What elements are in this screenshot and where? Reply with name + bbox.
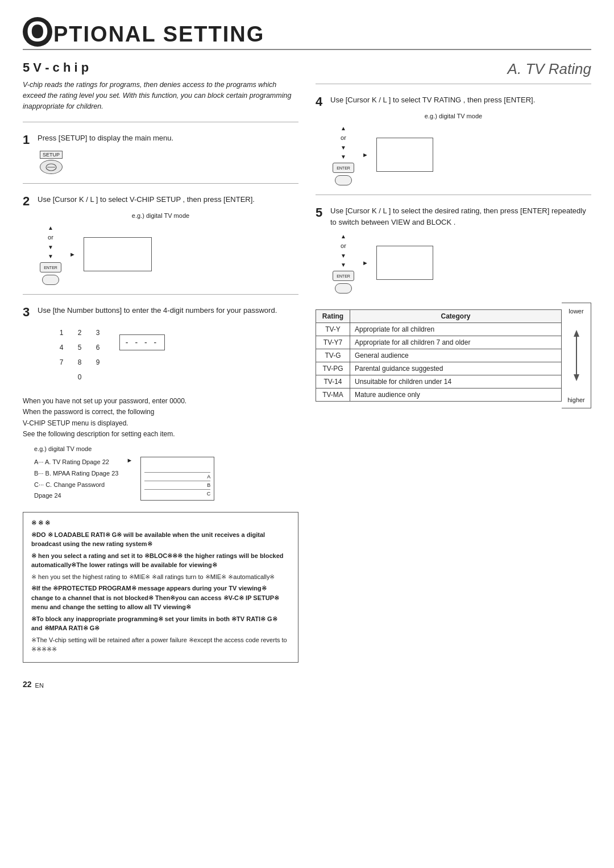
nav-arrows-2: ▲ or ▼ ▼ ENTER bbox=[40, 224, 61, 285]
key-9: 9 bbox=[90, 356, 106, 369]
page-number: 22 bbox=[23, 680, 32, 689]
arrow-down-5b: ▼ bbox=[339, 261, 348, 268]
table-row: TV-Y7 Appropriate for all children 7 and… bbox=[316, 336, 562, 349]
category-tv-y: Appropriate for all children bbox=[350, 323, 562, 336]
enter-btn-2: ENTER bbox=[40, 262, 61, 272]
oval-btn-4 bbox=[335, 175, 352, 185]
main-content: 5 V - c h i p V-chip reads the ratings f… bbox=[23, 60, 591, 689]
key-6: 6 bbox=[90, 341, 106, 354]
higher-label: higher bbox=[567, 396, 585, 403]
header-o-letter: O bbox=[23, 17, 52, 47]
menu-item-c2: Dpage 24 bbox=[34, 490, 118, 502]
th-category: Category bbox=[350, 310, 562, 323]
oval-btn-5 bbox=[335, 283, 352, 294]
note-2: When the password is correct, the follow… bbox=[23, 407, 298, 418]
rating-tv-pg: TV-PG bbox=[316, 362, 350, 375]
lower-higher-column: lower bbox=[562, 303, 591, 408]
or-text-4: or bbox=[341, 134, 346, 141]
lower-higher-arrow-icon bbox=[571, 330, 582, 381]
table-row: TV-MA Mature audience only bbox=[316, 388, 562, 402]
category-tv-g: General audience bbox=[350, 349, 562, 362]
left-column: 5 V - c h i p V-chip reads the ratings f… bbox=[23, 60, 298, 689]
svg-marker-3 bbox=[574, 330, 579, 337]
notes-section: When you have not set up your password, … bbox=[23, 396, 298, 440]
menu-box-4 bbox=[376, 138, 433, 172]
step-2-eg-label: e.g.) digital TV mode bbox=[23, 212, 298, 219]
th-rating: Rating bbox=[316, 310, 350, 323]
arrow-up-2: ▲ bbox=[46, 224, 55, 232]
menu-list: A··· A. TV Rating Dpage 22 B··· B. MPAA … bbox=[34, 457, 118, 502]
category-tv-y7: Appropriate for all children 7 and older bbox=[350, 336, 562, 349]
right-section-title: A. TV Rating bbox=[316, 60, 591, 78]
step-2-number: 2 bbox=[23, 194, 34, 209]
note-3: V-CHIP SETUP menu is displayed. bbox=[23, 418, 298, 429]
arrow-up-4: ▲ bbox=[339, 124, 348, 132]
table-row: TV-Y Appropriate for all children bbox=[316, 323, 562, 336]
right-arrow-4: ► bbox=[362, 151, 368, 158]
password-display: - - - - bbox=[119, 334, 165, 350]
rating-table: Rating Category TV-Y Appropriate for all… bbox=[316, 309, 562, 402]
menu-line-c bbox=[144, 489, 210, 490]
menu-list-diagram: A··· A. TV Rating Dpage 22 B··· B. MPAA … bbox=[34, 457, 298, 502]
arrow-down-4a: ▼ bbox=[339, 143, 348, 151]
key-2: 2 bbox=[72, 326, 88, 339]
menu-item-c: C··· C. Change Password bbox=[34, 480, 118, 491]
step-4-eg-label: e.g.) digital TV mode bbox=[316, 113, 591, 119]
lower-label: lower bbox=[569, 308, 583, 315]
arrow-up-5: ▲ bbox=[339, 232, 348, 240]
divider-1 bbox=[23, 122, 298, 122]
menu-line-a bbox=[144, 472, 210, 473]
key-1: 1 bbox=[53, 326, 69, 339]
arrow-down-5a: ▼ bbox=[339, 251, 348, 259]
step-5-text: Use [Cursor K / L ] to select the desire… bbox=[330, 205, 591, 228]
rating-tv-y: TV-Y bbox=[316, 323, 350, 336]
enter-btn-4: ENTER bbox=[333, 163, 354, 173]
menu-item-a: A··· A. TV Rating Dpage 22 bbox=[34, 457, 118, 468]
step-3-text: Use [the Number buttons] to enter the 4-… bbox=[38, 305, 277, 316]
header-title: PTIONAL SETTING bbox=[53, 22, 264, 47]
right-arrow-menu: ► bbox=[126, 457, 132, 464]
menu-item-b: B··· B. MPAA Rating Dpage 23 bbox=[34, 468, 118, 480]
page-lang: EN bbox=[35, 682, 44, 689]
oval-btn-2 bbox=[42, 275, 59, 285]
key-4: 4 bbox=[53, 341, 69, 354]
menu-line-b bbox=[144, 481, 210, 481]
note-item-4: ※If the ※PROTECTED PROGRAM※ message appe… bbox=[31, 584, 290, 612]
step-4: 4 Use [Cursor K / L ] to select TV RATIN… bbox=[316, 90, 591, 185]
right-arrow-5: ► bbox=[362, 259, 368, 266]
category-tv-ma: Mature audience only bbox=[350, 388, 562, 402]
step-3: 3 Use [the Number buttons] to enter the … bbox=[23, 300, 298, 387]
step-3-number: 3 bbox=[23, 305, 34, 320]
right-column: A. TV Rating 4 Use [Cursor K / L ] to se… bbox=[316, 60, 591, 689]
key-8: 8 bbox=[72, 356, 88, 369]
nav-arrows-5: ▲ or ▼ ▼ ENTER bbox=[333, 232, 354, 294]
menu-box-5 bbox=[376, 246, 433, 280]
step-2-nav-diagram: ▲ or ▼ ▼ ENTER ► bbox=[40, 224, 298, 285]
step-2: 2 Use [Cursor K / L ] to select V-CHIP S… bbox=[23, 189, 298, 285]
divider-3 bbox=[23, 294, 298, 295]
step-4-nav-diagram: ▲ or ▼ ▼ ENTER ► bbox=[333, 124, 591, 185]
arrow-down-2b: ▼ bbox=[46, 252, 55, 260]
note-box: ※ ※ ※ ※DO ※ LOADABLE RATI※ G※ will be av… bbox=[23, 512, 298, 663]
step-1-number: 1 bbox=[23, 133, 34, 147]
step-1-text: Press [SETUP] to display the main menu. bbox=[38, 133, 173, 144]
note-1: When you have not set up your password, … bbox=[23, 396, 298, 407]
key-7: 7 bbox=[53, 356, 69, 369]
arrow-down-2a: ▼ bbox=[46, 243, 55, 251]
intro-text: V-chip reads the ratings for programs, t… bbox=[23, 80, 298, 111]
note-item-6: ※The V-chip setting will be retained aft… bbox=[31, 635, 290, 654]
note-item-2: ※ hen you select a rating and set it to … bbox=[31, 551, 290, 570]
setup-button-diagram: SETUP bbox=[40, 151, 298, 174]
step-1: 1 Press [SETUP] to display the main menu… bbox=[23, 128, 298, 174]
step-2-text: Use [Cursor K / L ] to select V-CHIP SET… bbox=[38, 194, 255, 205]
or-text-5: or bbox=[341, 242, 346, 249]
step-4-text: Use [Cursor K / L ] to select TV RATING … bbox=[330, 94, 535, 106]
category-tv-pg: Parental guidance suggested bbox=[350, 362, 562, 375]
or-text-2: or bbox=[48, 234, 53, 241]
key-5: 5 bbox=[72, 341, 88, 354]
key-0: 0 bbox=[72, 371, 88, 383]
menu-box-2 bbox=[84, 237, 152, 271]
rating-tv-y7: TV-Y7 bbox=[316, 336, 350, 349]
right-divider-1 bbox=[316, 84, 591, 84]
table-row: TV-PG Parental guidance suggested bbox=[316, 362, 562, 375]
